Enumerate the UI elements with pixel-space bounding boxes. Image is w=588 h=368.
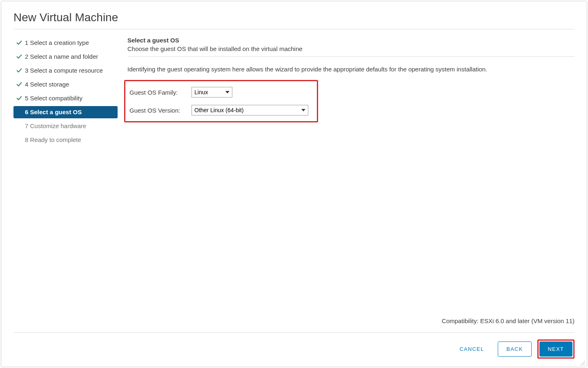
wizard-step-3[interactable]: 3 Select a compute resource xyxy=(13,64,118,77)
wizard-step-5[interactable]: 5 Select compatibility xyxy=(13,92,118,104)
next-button[interactable]: NEXT xyxy=(539,341,572,357)
wizard-step-4[interactable]: 4 Select storage xyxy=(13,78,118,91)
main-panel: Select a guest OS Choose the guest OS th… xyxy=(127,37,575,317)
back-button[interactable]: BACK xyxy=(498,341,531,357)
dialog-title: New Virtual Machine xyxy=(13,11,575,24)
compatibility-info: Compatibility: ESXi 6.0 and later (VM ve… xyxy=(1,317,587,333)
wizard-step-2[interactable]: 2 Select a name and folder xyxy=(13,51,118,63)
dialog-header: New Virtual Machine xyxy=(13,1,575,29)
section-description: Identifying the guest operating system h… xyxy=(127,66,575,73)
check-icon xyxy=(16,81,22,88)
wizard-step-7: 7 Customize hardware xyxy=(13,120,118,132)
wizard-step-label: 1 Select a creation type xyxy=(25,38,89,47)
section-subheading: Choose the guest OS that will be install… xyxy=(127,45,575,57)
step-spacer xyxy=(16,109,22,115)
cancel-button[interactable]: CANCEL xyxy=(451,342,492,356)
check-icon xyxy=(16,40,22,46)
guest-os-version-label: Guest OS Version: xyxy=(129,107,187,114)
dialog-footer: CANCEL BACK NEXT xyxy=(13,333,575,367)
step-spacer xyxy=(16,137,22,143)
check-icon xyxy=(16,67,22,74)
new-vm-dialog: New Virtual Machine 1 Select a creation … xyxy=(1,1,587,367)
section-heading: Select a guest OS xyxy=(127,37,575,44)
wizard-step-label: 2 Select a name and folder xyxy=(25,52,98,61)
wizard-step-8: 8 Ready to complete xyxy=(13,134,118,146)
guest-os-family-row: Guest OS Family: Linux xyxy=(129,87,310,98)
step-spacer xyxy=(16,123,22,129)
next-button-highlight: NEXT xyxy=(537,339,575,359)
os-selection-highlight: Guest OS Family: Linux Guest OS Version:… xyxy=(124,80,318,122)
wizard-step-label: 8 Ready to complete xyxy=(25,135,81,144)
guest-os-version-row: Guest OS Version: Other Linux (64-bit) xyxy=(129,105,310,115)
guest-os-version-select[interactable]: Other Linux (64-bit) xyxy=(192,105,308,115)
wizard-step-1[interactable]: 1 Select a creation type xyxy=(13,37,118,49)
wizard-step-label: 3 Select a compute resource xyxy=(25,66,103,75)
wizard-step-label: 5 Select compatibility xyxy=(25,94,82,103)
guest-os-family-select[interactable]: Linux xyxy=(192,87,232,98)
wizard-step-label: 6 Select a guest OS xyxy=(25,108,82,117)
dialog-body: 1 Select a creation type 2 Select a name… xyxy=(1,29,587,317)
wizard-step-label: 4 Select storage xyxy=(25,80,69,89)
resize-handle-icon[interactable] xyxy=(580,360,585,365)
wizard-step-label: 7 Customize hardware xyxy=(25,122,86,131)
check-icon xyxy=(16,53,22,60)
guest-os-family-label: Guest OS Family: xyxy=(129,89,187,96)
wizard-step-6[interactable]: 6 Select a guest OS xyxy=(13,106,118,118)
wizard-sidebar: 1 Select a creation type 2 Select a name… xyxy=(13,37,118,317)
check-icon xyxy=(16,95,22,102)
